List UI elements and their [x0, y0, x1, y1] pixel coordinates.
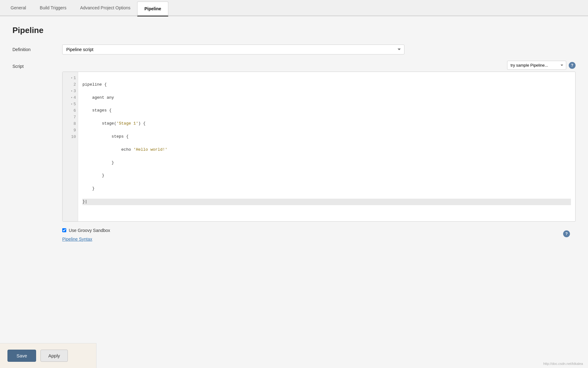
code-line-6: echo 'Hello world!'	[82, 147, 571, 153]
line-num-2: 2	[64, 82, 76, 88]
tab-build-triggers[interactable]: Build Triggers	[33, 1, 73, 16]
tab-advanced-project-options[interactable]: Advanced Project Options	[73, 1, 137, 16]
line-num-10: 10	[64, 134, 76, 140]
save-button[interactable]: Save	[7, 350, 36, 362]
tab-bar: General Build Triggers Advanced Project …	[0, 0, 588, 16]
script-label: Script	[12, 61, 62, 69]
groovy-sandbox-help-icon[interactable]: ?	[563, 230, 570, 237]
line-num-8: 8	[64, 121, 76, 127]
code-line-8: }	[82, 172, 571, 179]
line-num-5: ▾5	[64, 101, 76, 108]
script-help-icon[interactable]: ?	[569, 62, 576, 69]
line-num-7: 7	[64, 114, 76, 121]
line-num-1: ▾1	[64, 75, 76, 82]
groovy-sandbox-label[interactable]: Use Groovy Sandbox	[69, 228, 110, 233]
pipeline-syntax-link[interactable]: Pipeline Syntax	[62, 237, 576, 242]
script-toolbar: try sample Pipeline... ?	[62, 61, 576, 70]
groovy-sandbox-left: Use Groovy Sandbox	[62, 228, 110, 233]
script-row: Script try sample Pipeline... ? ▾1 2	[12, 61, 576, 222]
code-line-4: stage('Stage 1') {	[82, 120, 571, 127]
groovy-sandbox-checkbox[interactable]	[62, 228, 66, 232]
tab-general[interactable]: General	[4, 1, 33, 16]
tab-pipeline[interactable]: Pipeline	[137, 2, 168, 17]
code-line-1: pipeline {	[82, 82, 571, 88]
page-title: Pipeline	[12, 26, 576, 35]
line-num-4: ▾4	[64, 95, 76, 101]
code-editor[interactable]: ▾1 2 ▾3 ▾4 ▾5 6	[62, 72, 576, 222]
definition-label: Definition	[12, 45, 62, 52]
groovy-sandbox-section: Use Groovy Sandbox ?	[62, 228, 576, 233]
code-line-10: }|	[82, 199, 571, 205]
apply-button[interactable]: Apply	[40, 350, 68, 362]
definition-control: Pipeline script Pipeline script from SCM	[62, 45, 576, 54]
code-content[interactable]: pipeline { agent any stages { stage('Sta…	[78, 72, 575, 221]
action-bar: Save Apply	[0, 343, 96, 368]
code-line-7: }	[82, 160, 571, 166]
code-line-3: stages {	[82, 107, 571, 114]
line-num-3: ▾3	[64, 88, 76, 95]
line-num-9: 9	[64, 127, 76, 134]
script-area-wrapper: try sample Pipeline... ? ▾1 2 ▾3	[62, 61, 576, 222]
definition-row: Definition Pipeline script Pipeline scri…	[12, 45, 576, 54]
code-line-2: agent any	[82, 95, 571, 101]
line-numbers: ▾1 2 ▾3 ▾4 ▾5 6	[63, 72, 78, 221]
definition-select[interactable]: Pipeline script Pipeline script from SCM	[62, 45, 404, 54]
code-line-5: steps {	[82, 134, 571, 140]
main-content: Pipeline Definition Pipeline script Pipe…	[0, 16, 588, 368]
footer-url: http://doc.csdn.net/ktkalea	[543, 362, 583, 366]
sample-pipeline-select[interactable]: try sample Pipeline...	[507, 61, 566, 70]
line-num-6: 6	[64, 108, 76, 114]
code-line-9: }	[82, 186, 571, 192]
